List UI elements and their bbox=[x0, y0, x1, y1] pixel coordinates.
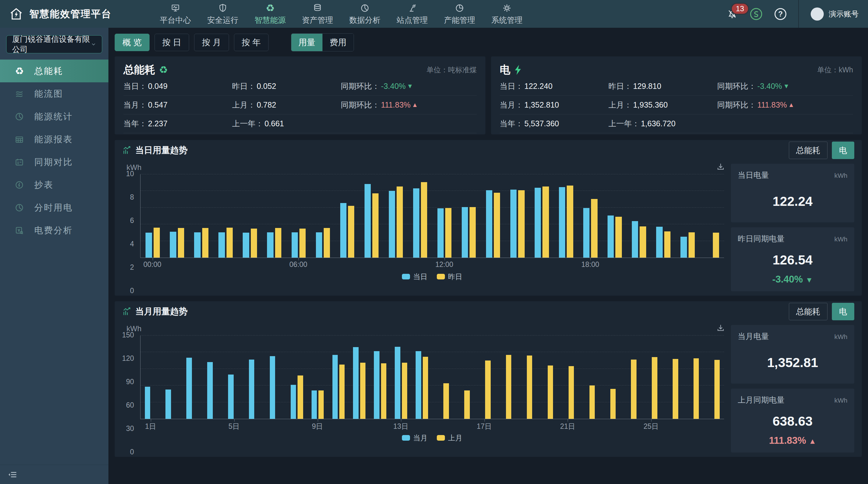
bar bbox=[360, 363, 366, 419]
sidebar-item-tou-power[interactable]: 分时用电 bbox=[0, 196, 108, 219]
bar-group bbox=[349, 336, 370, 419]
toggle-cost[interactable]: 费用 bbox=[322, 34, 353, 51]
bar-group bbox=[286, 336, 307, 419]
sidebar-item-period-compare[interactable]: 同期对比 bbox=[0, 151, 108, 173]
company-select[interactable]: 厦门锐谷通信设备有限公司 bbox=[6, 35, 102, 53]
sidebar-item-total-energy[interactable]: ♻ 总能耗 bbox=[0, 60, 108, 82]
flow-icon bbox=[14, 88, 25, 99]
shield-icon bbox=[218, 2, 228, 13]
bar-group bbox=[700, 174, 724, 258]
bar bbox=[165, 390, 171, 419]
bar bbox=[527, 355, 532, 419]
bar-group bbox=[453, 336, 474, 419]
bar bbox=[423, 357, 428, 419]
bar-group bbox=[651, 174, 676, 258]
bar-group bbox=[266, 336, 286, 419]
nav-label: 安全运行 bbox=[207, 15, 238, 25]
nav-item-data-analysis[interactable]: 数据分析 bbox=[349, 2, 380, 25]
tab-by-month[interactable]: 按 月 bbox=[194, 34, 229, 51]
ratio-value: -3.40% bbox=[757, 82, 782, 91]
bar bbox=[656, 227, 662, 258]
sidebar-item-tariff-analysis[interactable]: 电费分析 bbox=[0, 219, 108, 242]
bar-group bbox=[620, 336, 641, 419]
bar bbox=[207, 362, 213, 419]
tab-overview[interactable]: 概 览 bbox=[115, 34, 150, 51]
account-menu[interactable]: 演示账号 bbox=[811, 7, 859, 21]
nav-item-capacity-management[interactable]: 产能管理 bbox=[444, 2, 475, 25]
bar-group bbox=[599, 336, 620, 419]
bar-group bbox=[703, 336, 724, 419]
card-title: 电 bbox=[500, 63, 510, 77]
bar bbox=[353, 347, 358, 419]
bar bbox=[291, 385, 296, 419]
nav-item-site-management[interactable]: 站点管理 bbox=[397, 2, 428, 25]
bar-group bbox=[536, 336, 557, 419]
nav-label: 产能管理 bbox=[444, 15, 475, 25]
bar bbox=[389, 191, 395, 258]
download-icon[interactable] bbox=[716, 324, 725, 333]
service-button[interactable] bbox=[750, 7, 763, 21]
table-icon bbox=[14, 134, 25, 145]
bar-group bbox=[262, 174, 286, 258]
notification-badge: 13 bbox=[731, 3, 749, 15]
bar-group bbox=[432, 336, 453, 419]
trend-chart-icon bbox=[122, 307, 131, 316]
sidebar-item-energy-report[interactable]: 能源报表 bbox=[0, 128, 108, 151]
green-swirl-icon bbox=[750, 7, 763, 21]
nav-item-asset-management[interactable]: 资产管理 bbox=[302, 2, 333, 25]
bar bbox=[652, 357, 657, 419]
y-axis-labels: 0246810 bbox=[123, 174, 136, 291]
sidebar-item-energy-stats[interactable]: 能源统计 bbox=[0, 105, 108, 128]
nav-label: 站点管理 bbox=[397, 15, 428, 25]
legend-item[interactable]: 当日 bbox=[402, 272, 428, 282]
chart-legend: 当日昨日 bbox=[140, 271, 724, 283]
help-button[interactable]: ? bbox=[775, 8, 786, 20]
bar bbox=[415, 351, 421, 419]
bar bbox=[170, 232, 176, 258]
nav-item-safe-operation[interactable]: 安全运行 bbox=[207, 2, 238, 25]
plot-area bbox=[140, 336, 724, 419]
bar bbox=[559, 187, 565, 258]
ratio-value: 111.83% bbox=[381, 101, 411, 110]
bar bbox=[568, 366, 574, 419]
nav-item-platform-center[interactable]: 平台中心 bbox=[160, 2, 191, 25]
bar bbox=[300, 229, 306, 258]
notifications-button[interactable]: 13 bbox=[726, 8, 738, 20]
bar-group bbox=[238, 174, 262, 258]
calendar-icon bbox=[14, 156, 25, 168]
toggle-electricity-button[interactable]: 电 bbox=[832, 303, 854, 320]
stat-percent: 111.83% ▲ bbox=[738, 435, 847, 446]
legend-item[interactable]: 上月 bbox=[437, 433, 462, 443]
filter-row: 概 览 按 日 按 月 按 年 用量 费用 bbox=[115, 32, 862, 53]
tab-by-year[interactable]: 按 年 bbox=[234, 34, 269, 51]
app-logo-icon bbox=[9, 6, 24, 22]
bar bbox=[443, 383, 448, 419]
toggle-total-energy-button[interactable]: 总能耗 bbox=[789, 142, 828, 159]
sidebar-item-energy-flow[interactable]: 能流图 bbox=[0, 82, 108, 105]
doc-yen-icon bbox=[14, 225, 25, 236]
bar bbox=[494, 193, 500, 258]
bar-group bbox=[141, 336, 161, 419]
bar bbox=[381, 363, 386, 419]
tab-by-day[interactable]: 按 日 bbox=[155, 34, 189, 51]
recycle-icon: ♻ bbox=[14, 65, 25, 77]
toggle-usage[interactable]: 用量 bbox=[291, 34, 322, 51]
toggle-total-energy-button[interactable]: 总能耗 bbox=[789, 303, 828, 320]
bar-group bbox=[481, 174, 505, 258]
nav-item-system-management[interactable]: 系统管理 bbox=[491, 2, 523, 25]
bar-group bbox=[432, 174, 457, 258]
bar bbox=[445, 208, 452, 258]
bar bbox=[374, 351, 379, 419]
x-axis-labels: 00:0006:0012:0018:00 bbox=[140, 258, 724, 271]
download-icon[interactable] bbox=[716, 163, 725, 172]
collapse-icon bbox=[7, 469, 18, 480]
toggle-electricity-button[interactable]: 电 bbox=[832, 142, 854, 159]
nav-item-smart-energy[interactable]: ♻ 智慧能源 bbox=[254, 2, 286, 25]
legend-item[interactable]: 昨日 bbox=[437, 272, 462, 282]
legend-item[interactable]: 当月 bbox=[402, 433, 428, 443]
sidebar-item-meter-reading[interactable]: 抄表 bbox=[0, 173, 108, 196]
usage-cost-toggle: 用量 费用 bbox=[291, 33, 354, 52]
bar-group bbox=[578, 336, 599, 419]
sidebar-collapse-button[interactable] bbox=[0, 465, 108, 484]
bar bbox=[154, 228, 160, 258]
